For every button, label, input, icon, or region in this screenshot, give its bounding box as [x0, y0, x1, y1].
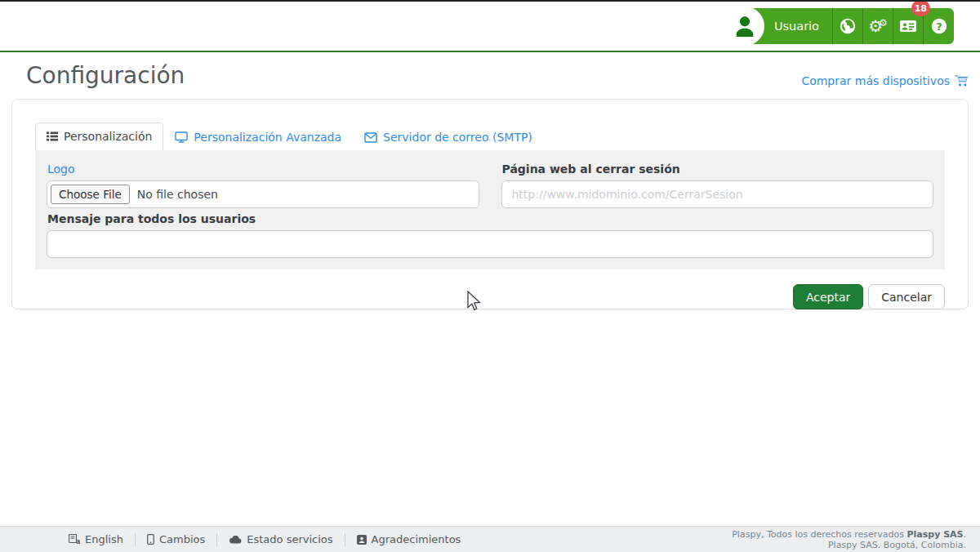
footer-link-estado-servicios[interactable]: Estado servicios	[229, 533, 332, 545]
tab-bar: Personalización Personalización Avanzada	[35, 122, 945, 150]
notification-badge[interactable]: 18	[911, 0, 930, 16]
mobile-icon	[147, 534, 154, 545]
file-status-text: No file chosen	[137, 188, 218, 201]
copyright-line-2: Plaspy SAS. Bogotá, Colombia.	[732, 540, 966, 550]
user-menu-button[interactable]: Usuario	[735, 8, 833, 44]
list-icon	[47, 131, 58, 141]
envelope-icon	[364, 132, 377, 143]
choose-file-button[interactable]: Choose File	[51, 185, 130, 204]
buy-more-devices-link[interactable]: Comprar más dispositivos	[801, 74, 969, 87]
tab-label: Personalización	[64, 130, 152, 143]
user-avatar-icon	[725, 7, 764, 46]
footer-copyright: Plaspy, Todos los derechos reservados Pl…	[732, 529, 966, 550]
logo-file-input[interactable]: Choose File No file chosen	[47, 180, 479, 208]
footer-separator	[216, 533, 217, 546]
header-button-group: Usuario ⚙⚙	[735, 8, 954, 44]
footer-separator	[345, 533, 345, 546]
copyright-line-1: Plaspy, Todos los derechos reservados Pl…	[732, 529, 966, 540]
browser-top-edge	[0, 0, 980, 2]
footer-link-cambios[interactable]: Cambios	[147, 533, 205, 545]
logout-page-label: Página web al cerrar sesión	[502, 162, 934, 176]
logo-label[interactable]: Logo	[47, 162, 479, 176]
gears-icon: ⚙⚙	[868, 18, 888, 34]
language-icon: a	[69, 534, 80, 545]
footer-link-english[interactable]: a English	[69, 533, 123, 545]
page-title: Configuración	[26, 62, 185, 89]
user-label: Usuario	[774, 20, 819, 33]
help-icon: ?	[930, 17, 948, 35]
cart-icon	[955, 74, 969, 87]
help-button[interactable]: ?	[924, 8, 954, 44]
main-content: Configuración Comprar más dispositivos	[0, 54, 980, 309]
svg-text:?: ?	[936, 20, 942, 33]
footer-links: a English Cambios Estado servicios	[69, 533, 461, 546]
tab-label: Personalización Avanzada	[194, 131, 341, 144]
buy-more-devices-label: Comprar más dispositivos	[801, 74, 950, 87]
configuration-card: Personalización Personalización Avanzada	[11, 99, 969, 309]
tab-personalizacion[interactable]: Personalización	[35, 122, 163, 150]
svg-text:a: a	[76, 538, 80, 545]
footer-link-agradecimientos[interactable]: Agradecimientos	[357, 533, 461, 545]
footer: a English Cambios Estado servicios	[0, 526, 980, 552]
logout-page-input[interactable]	[501, 180, 934, 208]
tab-personalizacion-avanzada[interactable]: Personalización Avanzada	[163, 124, 353, 150]
header: Usuario ⚙⚙	[0, 0, 980, 52]
message-label: Mensaje para todos los usuarios	[47, 212, 933, 225]
monitor-icon	[175, 131, 188, 143]
accept-button[interactable]: Aceptar	[793, 284, 863, 309]
form-panel: Logo Choose File No file chosen Página w…	[35, 150, 945, 269]
tab-label: Servidor de correo (SMTP)	[383, 131, 532, 144]
message-input[interactable]	[47, 230, 933, 258]
globe-icon	[839, 17, 857, 35]
footer-separator	[135, 533, 136, 546]
cancel-button[interactable]: Cancelar	[868, 284, 945, 309]
id-card-icon	[898, 16, 918, 36]
globe-button[interactable]	[833, 8, 863, 44]
contacts-icon	[357, 535, 367, 545]
tab-servidor-correo-smtp[interactable]: Servidor de correo (SMTP)	[353, 124, 544, 150]
form-actions: Aceptar Cancelar	[35, 284, 945, 309]
cloud-icon	[229, 535, 242, 544]
contacts-button[interactable]: 18	[893, 8, 924, 44]
settings-button[interactable]: ⚙⚙	[863, 8, 893, 44]
